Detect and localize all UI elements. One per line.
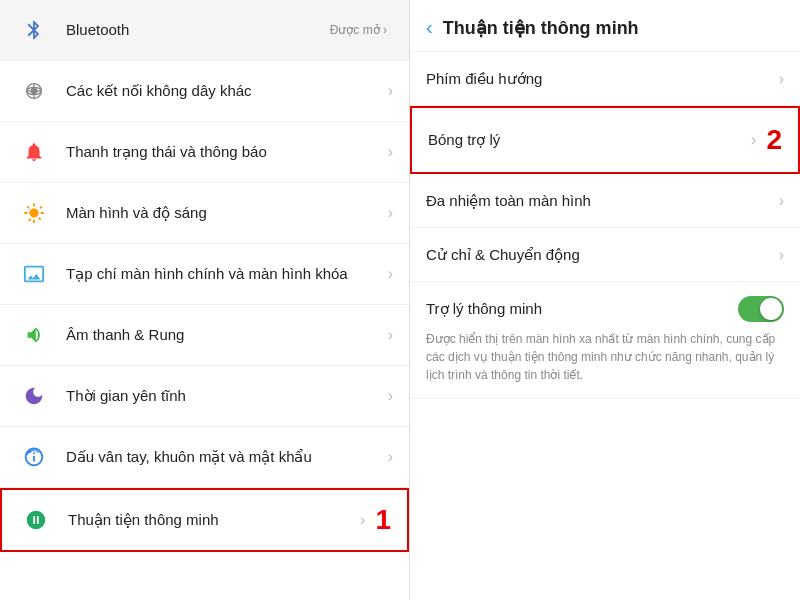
smart-icon (18, 502, 54, 538)
menu-item-donotdisturb[interactable]: Thời gian yên tĩnh › (0, 366, 409, 427)
right-panel-title: Thuận tiện thông minh (443, 17, 639, 39)
menu-item-smart[interactable]: Thuận tiện thông minh › 1 (0, 488, 409, 552)
chevron-fingerprint: › (388, 448, 393, 466)
chevron-sound: › (388, 326, 393, 344)
right-panel: ‹ Thuận tiện thông minh Phím điều hướng … (410, 0, 800, 600)
wallpaper-icon (16, 256, 52, 292)
menu-item-notification[interactable]: Thanh trạng thái và thông báo › (0, 122, 409, 183)
menu-label-wallpaper: Tạp chí màn hình chính và màn hình khóa (66, 264, 384, 284)
bluetooth-badge: Được mở › (330, 23, 387, 37)
menu-label-donotdisturb: Thời gian yên tĩnh (66, 386, 384, 406)
chevron-notification: › (388, 143, 393, 161)
chevron-screen: › (388, 204, 393, 222)
right-chevron-navigation: › (779, 70, 784, 88)
chevron-smart: › (360, 511, 365, 529)
right-label-assistant-ball: Bóng trợ lý (428, 131, 751, 149)
fingerprint-icon (16, 439, 52, 475)
right-label-gesture: Cử chỉ & Chuyển động (426, 246, 779, 264)
menu-label-notification: Thanh trạng thái và thông báo (66, 142, 384, 162)
menu-item-network[interactable]: Các kết nối không dây khác › (0, 61, 409, 122)
menu-label-bluetooth: Bluetooth (66, 20, 330, 40)
left-panel: Bluetooth Được mở › Các kết nối không dâ… (0, 0, 410, 600)
right-chevron-multiwindow: › (779, 192, 784, 210)
right-menu-item-assistant-ball[interactable]: Bóng trợ lý › 2 (410, 106, 800, 174)
toggle-section: Trợ lý thông minh Được hiển thị trên màn… (410, 282, 800, 399)
chevron-donotdisturb: › (388, 387, 393, 405)
network-icon (16, 73, 52, 109)
menu-label-network: Các kết nối không dây khác (66, 81, 384, 101)
right-menu-item-navigation[interactable]: Phím điều hướng › (410, 52, 800, 106)
menu-item-sound[interactable]: Âm thanh & Rung › (0, 305, 409, 366)
sound-icon (16, 317, 52, 353)
moon-icon (16, 378, 52, 414)
right-chevron-gesture: › (779, 246, 784, 264)
bell-icon (16, 134, 52, 170)
toggle-description: Được hiển thị trên màn hình xa nhất từ m… (426, 330, 784, 384)
toggle-label: Trợ lý thông minh (426, 300, 542, 318)
menu-label-screen: Màn hình và độ sáng (66, 203, 384, 223)
right-header: ‹ Thuận tiện thông minh (410, 0, 800, 52)
menu-label-sound: Âm thanh & Rung (66, 325, 384, 345)
bluetooth-icon (16, 12, 52, 48)
right-label-navigation: Phím điều hướng (426, 70, 779, 88)
menu-item-bluetooth[interactable]: Bluetooth Được mở › (0, 0, 409, 61)
back-button[interactable]: ‹ (426, 16, 433, 39)
number-badge-1: 1 (375, 504, 391, 536)
chevron-network: › (388, 82, 393, 100)
menu-label-smart: Thuận tiện thông minh (68, 510, 356, 530)
right-menu-item-multiwindow[interactable]: Đa nhiệm toàn màn hình › (410, 174, 800, 228)
menu-item-fingerprint[interactable]: Dấu vân tay, khuôn mặt và mật khẩu › (0, 427, 409, 488)
sun-icon (16, 195, 52, 231)
chevron-wallpaper: › (388, 265, 393, 283)
menu-item-screen[interactable]: Màn hình và độ sáng › (0, 183, 409, 244)
right-label-multiwindow: Đa nhiệm toàn màn hình (426, 192, 779, 210)
right-chevron-assistant-ball: › (751, 131, 756, 149)
smart-assistant-toggle[interactable] (738, 296, 784, 322)
right-menu-item-gesture[interactable]: Cử chỉ & Chuyển động › (410, 228, 800, 282)
menu-label-fingerprint: Dấu vân tay, khuôn mặt và mật khẩu (66, 447, 384, 467)
menu-item-wallpaper[interactable]: Tạp chí màn hình chính và màn hình khóa … (0, 244, 409, 305)
number-badge-2: 2 (766, 124, 782, 156)
